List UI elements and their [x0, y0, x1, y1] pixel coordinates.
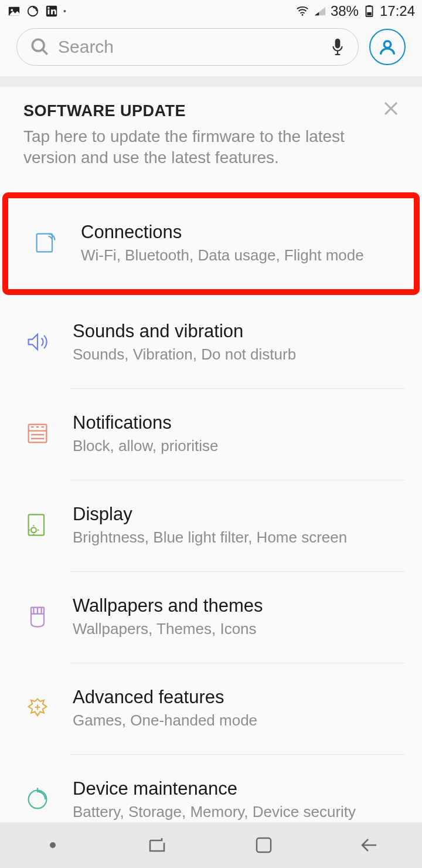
settings-item-sounds[interactable]: Sounds and vibration Sounds, Vibration, …: [0, 297, 422, 388]
item-title: Notifications: [73, 412, 404, 433]
profile-button[interactable]: [369, 29, 406, 65]
software-update-title: SOFTWARE UPDATE: [23, 102, 399, 120]
item-title: Device maintenance: [73, 778, 404, 799]
item-subtitle: Sounds, Vibration, Do not disturb: [73, 345, 404, 364]
wifi-icon: [295, 4, 309, 18]
settings-item-connections[interactable]: Connections Wi-Fi, Bluetooth, Data usage…: [8, 198, 414, 289]
wallpapers-icon: [22, 601, 53, 632]
more-notifications-dot: •: [63, 6, 66, 16]
linkedin-icon: [45, 4, 59, 18]
gallery-icon: [7, 4, 21, 18]
search-placeholder: Search: [58, 37, 322, 57]
software-update-desc: Tap here to update the firmware to the l…: [23, 126, 352, 169]
svg-rect-4: [48, 9, 50, 14]
sounds-icon: [22, 327, 53, 357]
status-bar: • 38% 17:24: [0, 0, 422, 22]
sync-icon: [26, 4, 40, 18]
item-subtitle: Brightness, Blue light filter, Home scre…: [73, 528, 404, 547]
item-title: Connections: [81, 222, 396, 243]
clock-time: 17:24: [380, 3, 415, 19]
svg-rect-8: [367, 5, 371, 6]
home-button[interactable]: [237, 830, 290, 860]
item-subtitle: Wi-Fi, Bluetooth, Data usage, Flight mod…: [81, 246, 396, 265]
item-subtitle: Games, One-handed mode: [73, 711, 404, 730]
software-update-card[interactable]: SOFTWARE UPDATE Tap here to update the f…: [0, 87, 422, 185]
svg-point-6: [302, 14, 304, 16]
close-icon[interactable]: [382, 100, 402, 120]
item-subtitle: Wallpapers, Themes, Icons: [73, 620, 404, 638]
item-subtitle: Block, allow, prioritise: [73, 437, 404, 455]
svg-point-15: [384, 41, 390, 48]
settings-item-maintenance[interactable]: Device maintenance Battery, Storage, Mem…: [0, 755, 422, 822]
svg-point-5: [47, 7, 49, 9]
svg-point-38: [29, 791, 47, 809]
connections-icon: [30, 228, 61, 258]
mic-icon[interactable]: [330, 37, 345, 57]
settings-item-notifications[interactable]: Notifications Block, allow, prioritise: [0, 389, 422, 480]
highlight-box: Connections Wi-Fi, Bluetooth, Data usage…: [2, 192, 420, 295]
svg-line-11: [42, 49, 47, 55]
navigation-bar: [0, 822, 422, 868]
advanced-icon: [22, 693, 53, 723]
notifications-icon: [22, 418, 53, 449]
settings-item-wallpapers[interactable]: Wallpapers and themes Wallpapers, Themes…: [0, 572, 422, 663]
svg-point-10: [32, 39, 44, 51]
svg-rect-9: [367, 12, 371, 16]
item-title: Sounds and vibration: [73, 321, 404, 342]
svg-rect-45: [257, 838, 271, 852]
maintenance-icon: [22, 784, 53, 815]
battery-percent: 38%: [331, 3, 359, 19]
item-title: Display: [73, 504, 404, 525]
settings-item-advanced[interactable]: Advanced features Games, One-handed mode: [0, 663, 422, 754]
item-title: Advanced features: [73, 687, 404, 708]
status-right: 38% 17:24: [295, 3, 415, 19]
svg-rect-26: [29, 515, 44, 535]
item-subtitle: Battery, Storage, Memory, Device securit…: [73, 803, 404, 821]
display-icon: [22, 510, 53, 540]
svg-point-1: [11, 9, 13, 11]
back-button[interactable]: [343, 830, 396, 860]
search-row: Search: [0, 22, 422, 76]
recents-button[interactable]: [132, 830, 185, 860]
battery-icon: [362, 4, 376, 18]
svg-rect-12: [335, 39, 341, 48]
search-field[interactable]: Search: [16, 28, 359, 66]
settings-item-display[interactable]: Display Brightness, Blue light filter, H…: [0, 480, 422, 571]
svg-point-27: [31, 528, 36, 533]
search-icon: [30, 37, 50, 57]
item-title: Wallpapers and themes: [73, 595, 404, 616]
nav-dot: [26, 830, 79, 860]
status-left: •: [7, 4, 66, 18]
signal-icon: [313, 4, 327, 18]
section-divider: [0, 76, 422, 87]
